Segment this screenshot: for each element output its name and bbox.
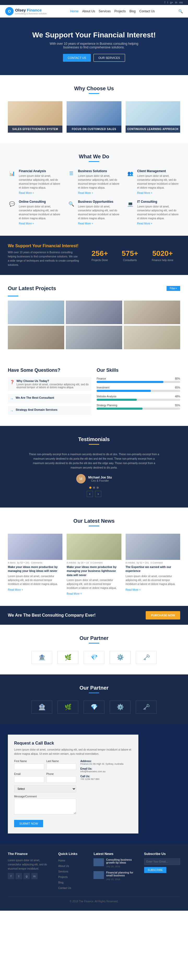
- next-arrow[interactable]: ›: [95, 491, 101, 497]
- nav-contact[interactable]: Contact Us: [139, 10, 155, 13]
- partner-logo-3[interactable]: 💎: [84, 651, 104, 664]
- footer-link-services[interactable]: Services: [58, 870, 68, 873]
- services-btn[interactable]: OUR SERVICES: [93, 54, 125, 62]
- footer-news-2: Financial planning for small business Ju…: [93, 871, 139, 881]
- last-name-input[interactable]: [46, 764, 76, 770]
- news-title-1: Make your ideas more productive by manag…: [8, 565, 62, 573]
- partner-dark-divider: [89, 692, 99, 693]
- prev-arrow[interactable]: ‹: [87, 491, 93, 497]
- logo-accent: Finance: [27, 8, 42, 12]
- news-img-1: [8, 534, 62, 560]
- subscribe-btn[interactable]: SUBSCRIBE: [144, 867, 167, 873]
- news-card-1: 8 Items by 52 + 241 Comments Make your i…: [8, 534, 62, 595]
- partner-logo-1[interactable]: 🏦: [31, 651, 52, 664]
- news-readmore-3[interactable]: Read More +: [126, 589, 141, 591]
- social-twitter[interactable]: t: [167, 1, 168, 4]
- footer-bottom: © 2018 The Finance. All Rights Reserved.: [8, 897, 180, 903]
- footer-link-about[interactable]: About Us: [58, 865, 69, 867]
- why-choose-section: Why Choose Us SALES EFFECTIVENESS SYSTEM…: [0, 75, 188, 143]
- footer-link-blog[interactable]: Blog: [58, 881, 63, 884]
- read-more-1[interactable]: Read More +: [19, 191, 34, 194]
- faq-title: Have Some Questions?: [8, 368, 92, 373]
- first-name-input[interactable]: [14, 764, 44, 770]
- service-icon-5: 🔍: [67, 200, 76, 208]
- email-info: Email Us: info@financeinc.com.au: [81, 767, 132, 773]
- project-5[interactable]: [66, 326, 122, 349]
- social-linkedin[interactable]: in: [175, 1, 177, 4]
- nav-blog[interactable]: Blog: [129, 10, 136, 13]
- footer-link-projects[interactable]: Projects: [58, 876, 68, 878]
- filter-button[interactable]: Filter+: [167, 286, 180, 291]
- cta-text: We Are The Best Consulting Company Ever!: [8, 613, 96, 618]
- latest-projects-section: Our Latest Projects Filter+: [0, 275, 188, 360]
- skill-finance-bar: [96, 381, 163, 383]
- contact-btn[interactable]: CONTACT US: [63, 54, 91, 62]
- submit-btn[interactable]: SUBMIT NOW: [14, 820, 43, 827]
- news-comments-1: Comments: [31, 562, 43, 564]
- purchase-btn[interactable]: PURCHASE NOW: [146, 611, 180, 619]
- contact-layout: First Name Last Name Email Phone: [14, 760, 132, 827]
- partner-dark-logo-2[interactable]: 🌿: [57, 701, 78, 714]
- project-3[interactable]: [124, 301, 180, 324]
- partner-dark-logo-5[interactable]: 🗝️: [136, 701, 156, 714]
- footer-brand-desc: Lorem ipsum dolor sit amet, consectetur …: [8, 858, 53, 871]
- subscribe-input[interactable]: [144, 858, 180, 865]
- hero-buttons: CONTACT US OUR SERVICES: [63, 54, 125, 62]
- dot-2[interactable]: [93, 487, 95, 489]
- partner-logo-4[interactable]: ⚙️: [110, 651, 131, 664]
- read-more-5[interactable]: Read More +: [78, 222, 93, 225]
- social-rss[interactable]: rss: [179, 1, 183, 4]
- nav-projects[interactable]: Projects: [114, 10, 126, 13]
- news-card-2: 8 Articles by 20 + 18 0 Comment Make you…: [66, 534, 121, 595]
- footer-gp[interactable]: g: [24, 873, 30, 879]
- project-2[interactable]: [66, 301, 122, 324]
- footer-news-text-1: Consulting business growth tip ideas Jul…: [106, 858, 139, 868]
- footer-fb[interactable]: f: [8, 873, 14, 879]
- footer-link-contact[interactable]: Contact Us: [58, 887, 71, 889]
- social-google[interactable]: g+: [170, 1, 173, 4]
- faq-item-1[interactable]: ❓ Why Choose Us Today? Lorem ipsum dolor…: [8, 377, 92, 391]
- footer-link-home[interactable]: Home: [58, 859, 65, 862]
- what-divider: [89, 161, 99, 162]
- faq-item-2[interactable]: → We Are The Best Consultant: [8, 394, 92, 403]
- partner-dark-logo-1[interactable]: 🏦: [31, 701, 52, 714]
- dot-3[interactable]: [96, 487, 99, 489]
- email-input[interactable]: [14, 776, 44, 783]
- nav-home[interactable]: Home: [70, 10, 79, 13]
- partner-logo-2[interactable]: 🌿: [57, 651, 78, 664]
- footer-brand: The Finance: [8, 852, 53, 856]
- what-title: What We Do: [8, 154, 180, 159]
- read-more-6[interactable]: Read More +: [137, 222, 152, 225]
- faq-item-3[interactable]: → Strategy And Domain Services: [8, 406, 92, 415]
- project-1[interactable]: [8, 301, 64, 324]
- last-name-label: Last Name: [46, 760, 76, 763]
- news-readmore-1[interactable]: Read More +: [8, 589, 23, 591]
- service-card-3: 👥 Client Management Lorem ipsum dolor si…: [126, 169, 180, 195]
- nav-search-icon[interactable]: 🔍: [179, 9, 183, 13]
- testimonial-arrows: ‹ ›: [8, 491, 180, 497]
- read-more-3[interactable]: Read More +: [137, 191, 152, 194]
- service-icon-2: ☰: [67, 169, 76, 178]
- partner-dark-logo-3[interactable]: 💎: [84, 701, 104, 714]
- project-6[interactable]: [124, 326, 180, 349]
- read-more-2[interactable]: Read More +: [78, 191, 93, 194]
- phone-input[interactable]: [46, 776, 76, 783]
- service-desc-5: Lorem ipsum dolor sit amet, consectetur …: [78, 205, 121, 220]
- nav-about[interactable]: About Us: [82, 10, 95, 13]
- partner-logo-5[interactable]: 🗝️: [136, 651, 156, 664]
- dot-1[interactable]: [89, 487, 92, 489]
- select-input[interactable]: Select: [14, 785, 76, 792]
- footer-li[interactable]: in: [31, 873, 38, 879]
- message-input[interactable]: [14, 799, 76, 815]
- social-facebook[interactable]: f: [164, 1, 165, 4]
- stats-desc: With over 10 years of experience in Busi…: [8, 250, 79, 267]
- news-readmore-2[interactable]: Read More +: [66, 592, 82, 595]
- footer-tw[interactable]: t: [16, 873, 22, 879]
- nav-services[interactable]: Services: [99, 10, 111, 13]
- project-4[interactable]: [8, 326, 64, 349]
- skill-finance-label: Finance: [96, 377, 106, 380]
- service-desc-6: Lorem ipsum dolor sit amet, consectetur …: [137, 205, 180, 220]
- partner-dark-logo-4[interactable]: ⚙️: [110, 701, 131, 714]
- read-more-4[interactable]: Read More +: [19, 222, 34, 225]
- faq-title-2: We Are The Best Consultant: [16, 396, 54, 399]
